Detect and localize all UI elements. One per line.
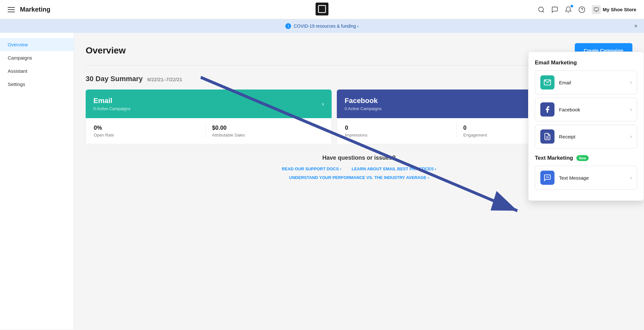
banner-close-button[interactable]: × xyxy=(634,23,638,30)
nav-right: My Shoe Store xyxy=(538,5,636,14)
facebook-dropdown-label: Facebook xyxy=(559,107,580,112)
app-title: Marketing xyxy=(20,6,50,13)
summary-date: 6/22/21–7/22/21 xyxy=(147,77,182,82)
text-marketing-section: Text Marketing New xyxy=(535,155,637,161)
support-docs-link[interactable]: READ OUR SUPPORT DOCS › xyxy=(282,166,341,171)
dropdown-item-receipt[interactable]: Receipt › xyxy=(535,125,637,148)
top-nav: Marketing My Shoe Store xyxy=(0,0,644,19)
store-icon xyxy=(592,5,601,14)
sidebar-item-assistant[interactable]: Assistant xyxy=(0,64,74,78)
email-card-info: Email 0 Active Campaigns xyxy=(93,97,130,111)
messages-icon[interactable] xyxy=(551,6,558,13)
facebook-dropdown-icon xyxy=(540,102,554,117)
covid-banner: i COVID-19 resources & funding › × xyxy=(0,19,644,33)
email-card-title: Email xyxy=(93,97,130,105)
nav-left: Marketing xyxy=(8,6,50,13)
text-message-dropdown-chevron: › xyxy=(630,175,632,181)
notifications-icon[interactable] xyxy=(565,6,572,13)
facebook-card-subtitle: 0 Active Campaigns xyxy=(345,106,382,111)
email-card-subtitle: 0 Active Campaigns xyxy=(93,106,130,111)
nav-logo xyxy=(316,3,328,17)
receipt-dropdown-icon xyxy=(540,129,554,144)
facebook-impressions: 0 Impressions xyxy=(345,125,457,137)
dropdown-item-facebook[interactable]: Facebook › xyxy=(535,98,637,121)
facebook-card-info: Facebook 0 Active Campaigns xyxy=(345,97,382,111)
svg-point-2 xyxy=(539,7,544,12)
store-name-label: My Shoe Store xyxy=(603,7,636,12)
email-open-rate: 0% Open Rate xyxy=(94,125,205,137)
sidebar-item-campaigns[interactable]: Campaigns xyxy=(0,51,74,64)
svg-rect-5 xyxy=(594,8,598,11)
facebook-card-title: Facebook xyxy=(345,97,382,105)
industry-average-link[interactable]: UNDERSTAND YOUR PERFORMANCE VS. THE INDU… xyxy=(289,175,429,180)
email-dropdown-chevron: › xyxy=(630,80,632,85)
sidebar: Overview Campaigns Assistant Settings xyxy=(0,33,74,329)
email-dropdown-label: Email xyxy=(559,80,571,85)
receipt-dropdown-label: Receipt xyxy=(559,134,575,139)
email-campaign-card[interactable]: Email 0 Active Campaigns › 0% Open Rate … xyxy=(86,90,332,144)
facebook-dropdown-chevron: › xyxy=(630,107,632,112)
dropdown-item-email[interactable]: Email › xyxy=(535,71,637,94)
email-dropdown-icon xyxy=(540,75,554,90)
email-best-practices-link[interactable]: LEARN ABOUT EMAIL BEST PRACTICES › xyxy=(352,166,436,171)
email-card-arrow: › xyxy=(322,100,324,108)
svg-rect-0 xyxy=(316,3,328,15)
text-message-dropdown-icon xyxy=(540,171,554,185)
store-selector[interactable]: My Shoe Store xyxy=(592,5,636,14)
new-badge: New xyxy=(576,155,589,161)
help-icon[interactable] xyxy=(578,6,585,13)
notification-badge xyxy=(571,5,573,7)
receipt-dropdown-chevron: › xyxy=(630,134,632,139)
email-marketing-title: Email Marketing xyxy=(535,60,637,66)
email-attributable-sales: $0.00 Attributable Sales xyxy=(205,125,324,137)
dropdown-item-text-message[interactable]: Text Message › xyxy=(535,166,637,190)
search-icon[interactable] xyxy=(538,6,545,13)
covid-link[interactable]: i COVID-19 resources & funding › xyxy=(285,23,359,29)
email-card-stats: 0% Open Rate $0.00 Attributable Sales xyxy=(86,118,332,144)
email-card-header: Email 0 Active Campaigns › xyxy=(86,90,332,118)
page-title: Overview xyxy=(86,45,126,56)
sidebar-item-overview[interactable]: Overview xyxy=(0,38,74,51)
hamburger-menu[interactable] xyxy=(8,7,15,12)
sidebar-item-settings[interactable]: Settings xyxy=(0,78,74,91)
create-campaign-dropdown: Email Marketing Email › Facebook › Recei… xyxy=(528,52,644,201)
info-icon: i xyxy=(285,23,291,29)
text-marketing-title: Text Marketing xyxy=(535,155,573,161)
text-message-dropdown-label: Text Message xyxy=(559,175,589,181)
